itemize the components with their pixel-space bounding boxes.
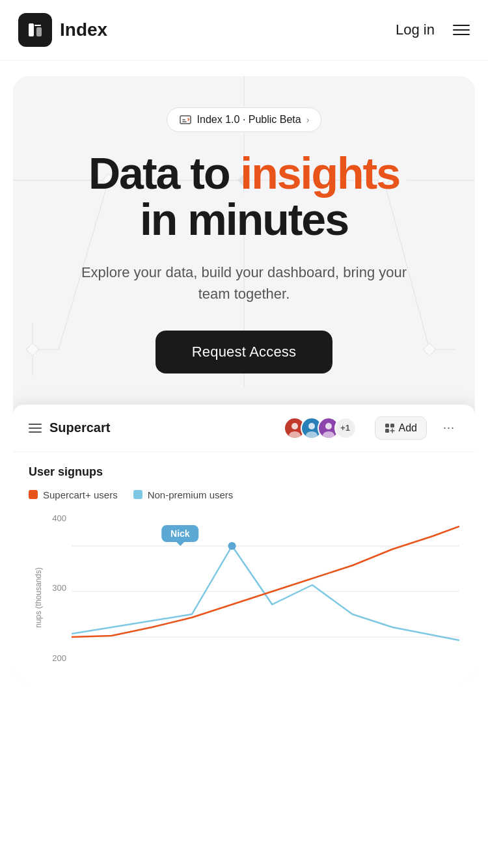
chart-body: 200 300 400 Nick [43, 513, 459, 683]
chart-plot: Nick [72, 513, 459, 663]
more-options-button[interactable]: ··· [439, 418, 459, 439]
navbar: Index Log in [0, 0, 488, 61]
svg-rect-28 [385, 424, 389, 427]
legend-dot-red [29, 490, 38, 499]
hero-headline: Data to insights in minutes [34, 150, 454, 243]
svg-point-27 [323, 431, 334, 438]
svg-rect-29 [390, 424, 394, 427]
chart-wrapper: nups (thousands) 200 300 400 Nick [29, 513, 459, 683]
beta-badge-text: Index 1.0 · Public Beta [197, 114, 301, 126]
chart-area: User signups Supercart+ users Non-premiu… [13, 452, 475, 683]
headline-part2: in minutes [140, 195, 348, 244]
chart-title: User signups [29, 465, 459, 479]
legend-dot-blue [133, 490, 142, 499]
y-tick-400: 400 [43, 513, 66, 523]
dashboard-title: Supercart [49, 420, 276, 435]
more-dots-icon: ··· [443, 421, 455, 435]
dashboard-preview: Supercart +1 Add ··· [13, 405, 475, 683]
svg-point-26 [325, 423, 332, 429]
svg-rect-0 [29, 23, 34, 36]
dashboard-header: Supercart +1 Add ··· [13, 405, 475, 452]
y-tick-200: 200 [43, 653, 66, 663]
logo-text: Index [60, 20, 107, 40]
legend-label-blue: Non-premium users [148, 489, 234, 500]
headline-accent: insights [240, 148, 400, 198]
svg-rect-30 [385, 429, 389, 433]
nav-right: Log in [396, 21, 470, 38]
hero-section: Index 1.0 · Public Beta › Data to insigh… [13, 76, 475, 683]
legend-item-red: Supercart+ users [29, 489, 118, 500]
beta-badge-icon [179, 113, 192, 126]
y-axis: 200 300 400 [43, 513, 66, 663]
y-axis-label: nups (thousands) [29, 567, 43, 628]
chart-tooltip: Nick [161, 525, 199, 542]
avatar-count: +1 [334, 417, 357, 439]
svg-rect-1 [36, 27, 42, 36]
add-button[interactable]: Add [375, 416, 427, 440]
hero-subtext: Explore your data, build your dashboard,… [75, 262, 413, 305]
dashboard-menu-icon[interactable] [29, 424, 42, 433]
login-button[interactable]: Log in [396, 21, 435, 38]
legend-item-blue: Non-premium users [133, 489, 234, 500]
headline-part1: Data to [88, 148, 240, 198]
hamburger-icon[interactable] [453, 25, 470, 35]
logo-container: Index [18, 13, 107, 47]
chart-legend: Supercart+ users Non-premium users [29, 489, 459, 500]
beta-badge[interactable]: Index 1.0 · Public Beta › [167, 107, 322, 132]
legend-label-red: Supercart+ users [43, 489, 118, 500]
logo-icon [18, 13, 52, 47]
add-button-label: Add [399, 422, 417, 434]
y-tick-300: 300 [43, 583, 66, 593]
svg-point-25 [306, 431, 318, 438]
dashboard-avatars: +1 [284, 417, 357, 439]
cta-button[interactable]: Request Access [156, 331, 333, 373]
badge-chevron-icon: › [306, 115, 310, 125]
svg-point-34 [228, 542, 236, 550]
svg-point-24 [308, 423, 315, 429]
svg-point-23 [289, 431, 301, 438]
svg-point-22 [291, 423, 298, 429]
